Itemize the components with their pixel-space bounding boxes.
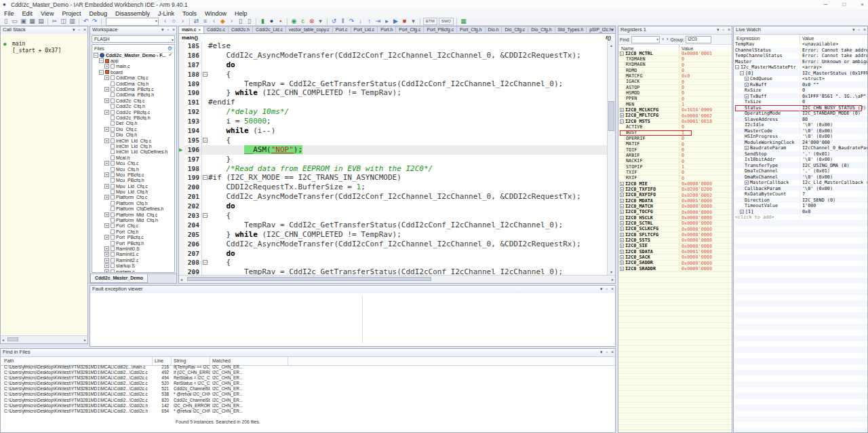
scroll-right-icon[interactable]: ▸	[612, 277, 614, 282]
new-file-button[interactable]: ▯	[1, 18, 10, 25]
collapse-icon[interactable]: −	[735, 65, 739, 69]
breakpoint-margin[interactable]	[179, 155, 184, 164]
code-line[interactable]: 185#else	[179, 41, 608, 51]
jlink-control-panel-button[interactable]: ▦	[459, 18, 468, 25]
expand-icon[interactable]: +	[104, 223, 109, 228]
expand-icon[interactable]: +	[620, 113, 624, 117]
breakpoint-margin[interactable]	[179, 107, 184, 117]
breakpoint-margin[interactable]	[179, 79, 184, 89]
register-row[interactable]: BUSY1	[618, 130, 732, 136]
menu-help[interactable]: Help	[231, 10, 252, 18]
tree-item[interactable]: Det_Cfg.h	[92, 121, 174, 126]
maximize-button[interactable]: □	[842, 0, 846, 10]
attach-to-running-target-button[interactable]: ▪	[276, 18, 285, 25]
expand-icon[interactable]: +	[104, 172, 109, 177]
code-line[interactable]: 201 CddI2c_AsyncModeTransfer(CddI2cConf_…	[179, 192, 608, 202]
editor-tab-main-c[interactable]: main.c×	[179, 26, 204, 33]
tree-item[interactable]: CddI2c_PBcfg.h	[92, 115, 174, 120]
watch-row[interactable]: +TxBuff0x1FFF'8561 ". 1G..\aP"	[734, 94, 867, 100]
expand-icon[interactable]: +	[620, 210, 624, 214]
register-row[interactable]: +I2C0_SFLTCFG0x0000'0000	[618, 232, 732, 238]
watch-row[interactable]: +MasterCallbackI2c_Lld_MasterCallback (0…	[734, 180, 867, 186]
watch-row[interactable]: −[0]I2c_MasterStatus (0x1FFF'84...	[734, 71, 867, 77]
register-row[interactable]: MATIF0	[618, 142, 732, 147]
register-row[interactable]: RXDMAEN0	[618, 62, 732, 68]
fold-margin[interactable]	[202, 51, 208, 60]
stop-build-button[interactable]: ⊗	[307, 18, 316, 25]
expand-icon[interactable]: +	[104, 235, 109, 240]
fold-minus-icon[interactable]: −	[203, 138, 208, 143]
run-to-cursor-button[interactable]: ▸	[382, 18, 391, 25]
code-line[interactable]: 186 CddI2c_AsyncModeTransfer(CddI2cConf_…	[179, 51, 608, 60]
menu-tools[interactable]: Tools	[178, 10, 201, 18]
collapse-icon[interactable]: −	[99, 70, 104, 75]
panel-pin-icon[interactable]: ▫	[858, 26, 859, 33]
tree-item[interactable]: −CddI2c_Master_Demo - F...✓	[92, 52, 174, 58]
tree-item[interactable]: −app	[92, 58, 174, 63]
register-row[interactable]: ARBIF0	[618, 153, 732, 158]
fold-margin[interactable]	[202, 202, 208, 211]
fold-margin[interactable]: −	[202, 70, 208, 79]
tree-item[interactable]: +RamInit1.c	[92, 252, 174, 257]
fold-margin[interactable]	[202, 164, 208, 174]
fold-minus-icon[interactable]: −	[203, 213, 208, 218]
menu-file[interactable]: File	[0, 10, 18, 18]
panel-menu-icon[interactable]: ▾	[852, 26, 855, 33]
tree-item[interactable]: +CddDma_PBcfg.c	[92, 86, 174, 92]
breakpoint-margin[interactable]	[179, 202, 184, 211]
breakpoint-margin[interactable]	[179, 70, 184, 79]
menu-window[interactable]: Window	[201, 10, 231, 18]
register-row[interactable]: PPEN0	[618, 96, 732, 102]
register-row[interactable]: ACTIVE0	[618, 124, 732, 130]
editor-tab-Std-Types-h[interactable]: Std_Types.h	[555, 26, 587, 33]
expand-icon[interactable]: +	[104, 258, 109, 263]
scroll-up-icon[interactable]: ▴	[608, 43, 615, 48]
editor-tab-Port-Cfg-h[interactable]: Port_Cfg.h	[457, 26, 486, 33]
editor-tab-Dio-h[interactable]: Dio.h	[486, 26, 502, 33]
register-row[interactable]: +I2C0_MFLTCFG0x0000'0002	[618, 113, 732, 119]
fold-margin[interactable]	[202, 117, 208, 126]
tree-item[interactable]: Platform_Mld_Cfg.h	[92, 217, 174, 223]
breakpoint-margin[interactable]	[179, 41, 184, 51]
breakpoint-margin[interactable]	[179, 258, 184, 267]
find-next-button[interactable]: ›	[666, 36, 669, 43]
register-row[interactable]: TOIF0	[618, 147, 732, 153]
expand-icon[interactable]: +	[104, 184, 109, 189]
expand-icon[interactable]: +	[745, 181, 749, 185]
watch-row[interactable]: <click to add>	[734, 214, 867, 221]
tree-item[interactable]: +startup.S	[92, 263, 174, 268]
search-result-row[interactable]: C:\Users\ytmicro\Desktop\Kirk\test\YTM32…	[1, 409, 615, 414]
breakpoint-margin[interactable]	[179, 240, 184, 249]
watch-row[interactable]: TempRav<unavailable>	[734, 41, 867, 48]
panel-close-icon[interactable]: ×	[172, 26, 175, 33]
code-line[interactable]: ▶196 __ASM("NOP");	[179, 145, 608, 155]
register-row[interactable]: +I2C0_TOCFG0x0000'8000	[618, 210, 732, 215]
code-line[interactable]: 207 do	[179, 249, 608, 259]
expand-icon[interactable]: +	[104, 212, 109, 217]
watch-row[interactable]: RxDataByteCount7	[734, 191, 867, 197]
panel-menu-icon[interactable]: ▾	[600, 286, 603, 293]
code-line[interactable]: 205 } while (I2C_CHN_COMPLETED != TempRa…	[179, 230, 608, 240]
watch-row[interactable]: DmaRxChannel'\0' (0x00)	[734, 174, 867, 181]
tree-item[interactable]: +RamInit2.c	[92, 257, 174, 263]
tree-item[interactable]: Mcal.h	[92, 155, 174, 160]
expand-icon[interactable]: +	[620, 216, 624, 220]
code-line[interactable]: 198 /*Read data from EEPROM in EVB with …	[179, 164, 608, 174]
expand-icon[interactable]: +	[620, 193, 624, 197]
watch-row[interactable]: DmaTxChannel'.' (0x01)	[734, 168, 867, 174]
fold-margin[interactable]	[202, 155, 208, 164]
fold-margin[interactable]	[202, 79, 208, 89]
fold-margin[interactable]	[202, 41, 208, 51]
watch-row[interactable]: TxSize0	[734, 99, 867, 105]
register-row[interactable]: RDMO0	[618, 68, 732, 73]
tree-item[interactable]: +Mpu_Lld_Cfg.c	[92, 183, 174, 189]
panel-close-icon[interactable]: ×	[728, 26, 730, 33]
tree-item[interactable]: +CddI2c_PBcfg.c	[92, 109, 174, 115]
fold-margin[interactable]: −	[202, 211, 208, 221]
breakpoint-margin[interactable]: ▶	[179, 145, 184, 155]
callstack-frame[interactable]: ●main	[1, 41, 87, 48]
collapse-icon[interactable]: −	[620, 119, 624, 124]
tab-overflow-icon[interactable]: ▾	[611, 27, 614, 33]
fold-minus-icon[interactable]: −	[203, 72, 208, 77]
breakpoint-margin[interactable]	[179, 126, 184, 136]
